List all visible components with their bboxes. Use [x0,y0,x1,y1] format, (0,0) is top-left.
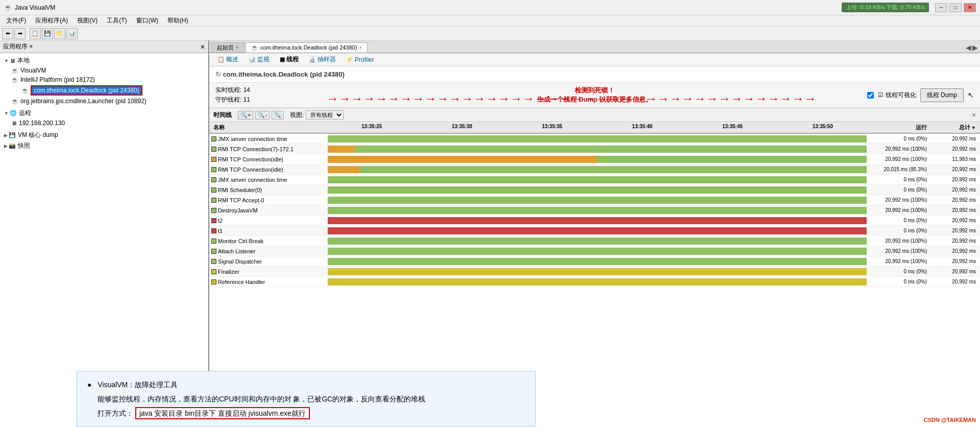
tree-snapshot[interactable]: ▶ 📸 快照 [0,140,208,151]
status-dot [211,249,216,254]
sub-tab-profiler[interactable]: ⚡ Profiler [342,55,378,64]
thread-timeline [327,175,868,184]
thread-total: 20,992 ms [929,248,980,254]
toolbar-btn-3[interactable]: 📋 [30,28,41,39]
thread-total: 20,992 ms [929,136,980,141]
thread-total: 20,992 ms [929,167,980,172]
sub-tab-threads[interactable]: ▦ 线程 [276,54,303,65]
maximize-button[interactable]: □ [949,3,962,12]
app-title: ↻ com.itheima.lock.Deadlock (pid 24380) [209,66,980,83]
tree-deadlock[interactable]: ☕ com.itheima.lock.Deadlock (pid 24380) [7,84,208,97]
thread-name: JMX server connection time [209,177,327,183]
thread-timeline [327,206,868,215]
tree-jetbrains[interactable]: ☕ org.jetbrains.jps.cmdline.Launcher (pi… [7,97,208,106]
menu-view[interactable]: 视图(V) [73,15,102,26]
tree-remote-ip[interactable]: 🖥 192.168.200.130 [7,118,208,128]
toolbar-btn-6[interactable]: 📊 [66,28,78,39]
sort-icon[interactable]: ▼ [971,125,976,130]
toolbar-btn-4[interactable]: 💾 [42,28,53,39]
table-row[interactable]: DestroyJavaVM20,992 ms (100%)20,992 ms [209,205,980,216]
tree-visualvm[interactable]: ☕ VisualVM [7,66,208,75]
daemon-value: 11 [243,96,250,103]
expand-icon-remote: ▼ [4,111,9,116]
view-select[interactable]: 所有线程 [306,110,344,120]
tab-deadlock[interactable]: ☕ com.itheima.lock.Deadlock (pid 24380) … [246,42,368,53]
tab-nav-next[interactable]: ▶ [972,43,978,52]
timeline-bar [328,176,867,183]
table-row[interactable]: RMI TCP Connection(idle)20,015 ms (95.3%… [209,164,980,175]
annotation-bullet: ● [87,381,91,389]
timeline-close[interactable]: × [972,111,976,119]
table-row[interactable]: RMI Scheduler(0)0 ms (0%)20,992 ms [209,185,980,195]
table-row[interactable]: Monitor Ctrl-Break20,992 ms (100%)20,992… [209,236,980,246]
timeline-bar [328,197,867,204]
thread-total: 20,992 ms [929,207,980,213]
left-panel-close[interactable]: ✕ [200,43,205,51]
table-row[interactable]: JMX server connection time0 ms (0%)20,99… [209,134,980,144]
table-row[interactable]: Reference Handler0 ms (0%)20,992 ms [209,277,980,287]
tab-start-close[interactable]: × [236,45,239,51]
tree-remote[interactable]: ▼ 🌐 远程 [0,108,208,118]
toolbar-btn-2[interactable]: ➡ [14,28,26,39]
menu-window[interactable]: 窗口(W) [132,15,162,26]
thread-name: RMI TCP Accept-0 [209,197,327,203]
titlebar: ☕ Java VisualVM 上传: 0.33 KB/s 下载: 0.70 K… [0,0,980,15]
tree-intellij[interactable]: ☕ IntelliJ Platform (pid 18172) [7,75,208,84]
tab-start[interactable]: 起始页 × [211,42,244,53]
timeline-bar [328,156,867,163]
table-row[interactable]: Signal Dispatcher20,992 ms (100%)20,992 … [209,256,980,267]
timeline-bar [328,146,867,153]
sub-tab-overview-label: 概述 [226,55,238,64]
toolbar-btn-1[interactable]: ⬅ [2,28,13,39]
tab-deadlock-close[interactable]: × [359,45,362,51]
timeline-bar [328,186,867,194]
tree-vm-core[interactable]: ▶ 💾 VM 核心 dump [0,130,208,140]
table-row[interactable]: RMI TCP Accept-020,992 ms (100%)20,992 m… [209,195,980,205]
table-row[interactable]: t10 ms (0%)20,992 ms [209,226,980,236]
table-row[interactable]: RMI TCP Connection(7)-172.120,992 ms (10… [209,144,980,154]
table-row[interactable]: JMX server connection time0 ms (0%)20,99… [209,175,980,185]
zoom-out-button[interactable]: 🔍- [255,111,270,120]
status-dot [211,147,216,152]
sub-tab-overview[interactable]: 📋 概述 [213,54,242,65]
zoom-fit-button[interactable]: 🔍 [272,111,284,120]
threads-header: 实时线程: 14 守护线程: 11 检测到死锁！ 生成一个线程 Dump 以获取… [209,83,980,108]
zoom-in-button[interactable]: 🔍+ [238,111,253,120]
menu-tools[interactable]: 工具(T) [103,15,131,26]
thread-timeline [327,145,868,154]
thread-name: DestroyJavaVM [209,207,327,214]
close-button[interactable]: ✕ [964,3,976,12]
expand-icon-local: ▼ [4,58,9,63]
sub-tab-monitor[interactable]: 📊 监视 [244,54,274,65]
menu-app[interactable]: 应用程序(A) [31,15,72,26]
table-row[interactable]: Attach Listener20,992 ms (100%)20,992 ms [209,246,980,256]
thread-name: RMI Scheduler(0) [209,187,327,193]
tab-nav-prev[interactable]: ◀ [966,43,971,52]
sub-tab-sampler[interactable]: 🔬 抽样器 [305,54,340,65]
status-dot [211,208,216,213]
thread-total: 20,992 ms [929,218,980,223]
status-dot [211,157,216,162]
threads-icon: ▦ [280,56,285,63]
menu-help[interactable]: 帮助(H) [163,15,192,26]
toolbar: ⬅ ➡ 📋 💾 📁 📊 [0,27,980,41]
thread-name: t2 [209,218,327,224]
tree-local[interactable]: ▼ 🖥 本地 [0,55,208,66]
thread-name-text: Monitor Ctrl-Break [218,238,263,244]
time-label-3: 13:35:35 [507,124,597,131]
thread-name-text: RMI TCP Accept-0 [218,197,264,203]
realtime-value: 14 [243,86,250,93]
thread-dump-button[interactable]: 线程 Dump [920,88,964,102]
table-row[interactable]: Finalizer0 ms (0%)20,992 ms [209,267,980,277]
time-label-1: 13:35:25 [327,124,417,131]
table-row[interactable]: t20 ms (0%)20,992 ms [209,216,980,226]
toolbar-btn-5[interactable]: 📁 [54,28,65,39]
menu-file[interactable]: 文件(F) [2,15,30,26]
thread-visibility-checkbox[interactable]: ☑ 线程可视化 [867,91,916,100]
thread-run: 0 ms (0%) [868,279,929,284]
minimize-button[interactable]: ─ [935,3,947,12]
table-row[interactable]: RMI TCP Connection(idle)20,992 ms (100%)… [209,154,980,164]
thread-total: 20,992 ms [929,187,980,193]
status-dot [211,136,216,141]
thread-visibility-input[interactable] [867,92,874,99]
